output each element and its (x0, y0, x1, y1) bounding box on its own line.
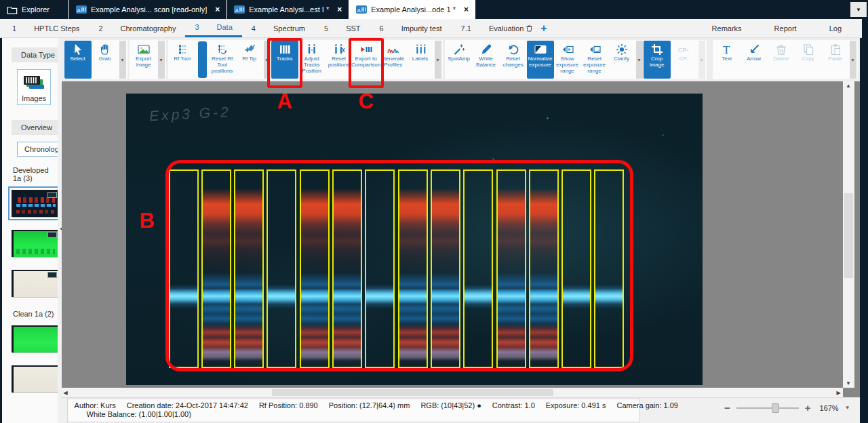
nav-step-sst[interactable]: 5 SST (315, 19, 370, 37)
toolbar-overflow-icon[interactable]: ▼ (698, 41, 705, 79)
step-number: 4 (252, 24, 256, 33)
thumbnail-image[interactable] (12, 365, 58, 392)
vertical-scrollbar[interactable]: ▲ ▼ (843, 81, 854, 388)
analysis-file-icon: A (76, 5, 87, 14)
text-icon: T (720, 43, 734, 55)
thumbnail-image[interactable] (12, 270, 58, 297)
toolbar-overflow-icon[interactable]: ▼ (636, 41, 643, 79)
toolbar-group: Export image▼ (130, 40, 166, 79)
toolbar-button-label: Normalize exposure (527, 56, 554, 68)
status-segment: Creation date: 24-Oct-2017 14:47:42 (127, 401, 248, 409)
grab-icon (98, 43, 112, 55)
statusbar: Author: KursCreation date: 24-Oct-2017 1… (62, 397, 860, 423)
toolbar-button-label: Clarify (614, 56, 629, 62)
toolbar-button-arrow[interactable]: Arrow (741, 41, 768, 79)
nav-step-impurity-test[interactable]: 6 Impurity test (370, 19, 452, 37)
add-step-button[interactable]: + (534, 19, 553, 37)
toolbar-button-delete[interactable]: Delete (768, 41, 795, 79)
crop-image-icon (650, 43, 664, 55)
nav-step-data[interactable]: 3 Data (185, 19, 241, 37)
zoom-out-button[interactable]: − (724, 402, 730, 414)
annotation-label-a: A (277, 89, 292, 114)
toolbar-button-clarify[interactable]: Clarify (608, 41, 635, 79)
images-icon (21, 74, 47, 92)
data-type-images[interactable]: Images (17, 69, 51, 105)
toolbar-overflow-icon[interactable]: ▼ (850, 41, 856, 79)
horizontal-scroll-thumb[interactable] (272, 389, 553, 396)
thumbnail-green2[interactable] (8, 322, 58, 356)
nav-link-log[interactable]: Log (829, 24, 842, 33)
reset-positions-icon (332, 43, 346, 55)
zoom-level[interactable]: 167% (820, 404, 839, 412)
overview-tab-chronological[interactable]: Chronological (17, 142, 58, 157)
thumbnail-green[interactable] (8, 226, 58, 260)
adjust-tracks-position-icon (305, 43, 319, 55)
nav-link-remarks[interactable]: Remarks (712, 24, 742, 33)
tab-explorer[interactable]: Explorer (0, 0, 69, 19)
close-icon[interactable]: × (464, 5, 469, 14)
step-label: Data (217, 23, 233, 31)
nav-step-evaluation[interactable]: 7.1 Evaluation (452, 19, 534, 37)
scroll-up-icon[interactable]: ▲ (846, 83, 851, 89)
chevron-down-icon: ▼ (856, 7, 861, 13)
toolbar-button-normalize-exposure[interactable]: Normalize exposure (527, 41, 554, 79)
zoom-slider-track (736, 407, 799, 409)
thumbnail-image[interactable] (12, 190, 58, 217)
nav-link-report[interactable]: Report (774, 24, 797, 33)
toolbar-button-rf-tool[interactable]: Rf Tool (169, 41, 196, 79)
thumbnail-dark-selected[interactable] (8, 186, 58, 220)
toolbar-button-grab[interactable]: Grab (92, 41, 119, 79)
delete-step-icon[interactable] (525, 24, 534, 33)
rf-tool-active-bar[interactable] (198, 41, 207, 78)
toolbar-button-cp[interactable]: CP- CP- (671, 41, 698, 79)
tlc-plate-image[interactable]: Exp3 G-2 B (126, 94, 703, 385)
toolbar-button-white-balance[interactable]: White Balance (473, 41, 500, 79)
thumbnail-image[interactable] (12, 325, 58, 352)
toolbar-button-reset-exposure-range[interactable]: Reset exposure range (581, 41, 608, 79)
tab-overflow-button[interactable]: ▼ (850, 2, 867, 17)
tab-title: Example Analysi...ode 1 * (371, 5, 456, 14)
toolbar-button-reset-rf-tool-positions[interactable]: Reset Rf Tool positions (209, 41, 236, 79)
thumbnail-beige[interactable] (8, 362, 58, 396)
thumbnail-beige[interactable] (8, 266, 58, 300)
toolbar-button-spotamp[interactable]: SpotAmp (446, 41, 473, 79)
nav-step-spectrum[interactable]: 4 Spectrum (242, 19, 315, 37)
zoom-slider[interactable] (736, 403, 799, 413)
toolbar-button-generate-profiles[interactable]: Generate Profiles (380, 41, 407, 79)
toolbar-button-text[interactable]: T Text (713, 41, 741, 79)
nav-step-chromatography[interactable]: 2 Chromatography (89, 19, 185, 37)
toolbar-button-show-exposure-range[interactable]: Show exposure range (554, 41, 581, 79)
toolbar-overflow-icon[interactable]: ▼ (119, 41, 126, 79)
toolbar-overflow-icon[interactable]: ▼ (158, 41, 165, 79)
tab-document-1[interactable]: A Example Analysi... scan [read-only] × (69, 0, 227, 19)
zoom-slider-knob[interactable] (772, 403, 779, 413)
horizontal-scrollbar[interactable]: ◀ ▶ (62, 388, 843, 397)
thumbnail-image[interactable] (12, 230, 58, 257)
toolbar-overflow-icon[interactable]: ▼ (435, 41, 441, 79)
zoom-caret-icon[interactable]: ▼ (845, 405, 850, 411)
scroll-down-icon[interactable]: ▼ (846, 380, 851, 386)
toolbar-group: Rf Tool Reset Rf Tool positions Rf Tip▼ … (168, 40, 443, 79)
image-canvas[interactable]: Exp3 G-2 B ▲ ▼ ◀ ▶ (62, 81, 860, 397)
toolbar-button-reset-changes[interactable]: Reset changes (500, 41, 527, 79)
zoom-in-button[interactable]: + (805, 402, 811, 414)
toolbar-button-copy[interactable]: Copy (795, 41, 822, 79)
paste-icon (829, 43, 842, 55)
toolbar-button-crop-image[interactable]: Crop image (644, 41, 671, 79)
toolbar-button-paste[interactable]: Paste (822, 41, 849, 79)
tab-document-3[interactable]: A Example Analysi...ode 1 * × (349, 0, 475, 19)
nav-step-hptlc-steps[interactable]: 1 HPTLC Steps (3, 19, 89, 37)
scroll-left-icon[interactable]: ◀ (64, 390, 68, 396)
toolbar-button-adjust-tracks-position[interactable]: Adjust Tracks Position (298, 41, 326, 79)
toolbar-button-select[interactable]: Select (64, 41, 92, 79)
zoom-control: − + 167% ▼ (724, 402, 850, 414)
toolbar-button-rf-tip[interactable]: Rf Tip (236, 41, 263, 79)
vertical-scroll-thumb[interactable] (844, 193, 853, 278)
close-icon[interactable]: × (337, 5, 342, 14)
scroll-right-icon[interactable]: ▶ (836, 390, 840, 396)
tab-document-2[interactable]: A Example Analysi...est I * × (227, 0, 349, 19)
toolbar-button-export-image[interactable]: Export image (130, 41, 157, 79)
plate-speck (662, 134, 664, 136)
close-icon[interactable]: × (215, 5, 220, 14)
toolbar-button-labels[interactable]: Labels (407, 41, 434, 79)
